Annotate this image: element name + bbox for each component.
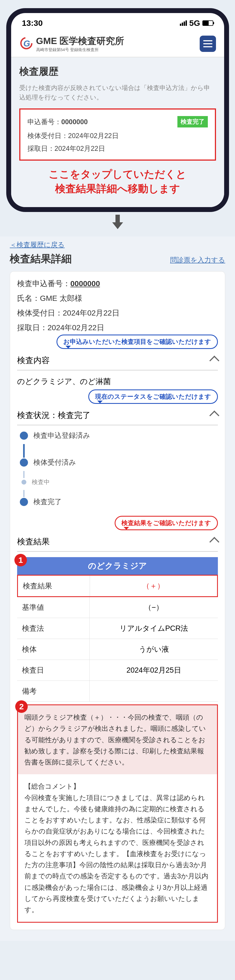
detail-card: 検査申込番号：0000000 氏名：GME 太郎様 検体受付日：2024年02月…	[10, 271, 225, 930]
result-block: 1 のどクラミジア 検査結果 （＋） 基準値（−） 検査法リアルタイムPCR法 …	[17, 557, 218, 923]
detail-title: 検査結果詳細	[10, 252, 72, 266]
app-no-row: 申込番号：0000000	[27, 118, 88, 126]
page-title: 検査履歴	[19, 65, 216, 78]
chevron-up-icon	[210, 355, 219, 366]
clock: 13:30	[22, 19, 43, 28]
comment-general: 【総合コメント】 今回検査を実施した項目につきましては、異常は認められませんでし…	[18, 774, 217, 922]
logo-sub: 高崎市登録第54号 登録衛生検査所	[36, 47, 124, 52]
page-note: 受けた検査内容が反映されていない場合は「検査申込方法」から申込処理を行なってくだ…	[19, 83, 216, 102]
chevron-up-icon	[210, 410, 219, 420]
status-bar: 13:30 5G	[11, 13, 224, 30]
chevron-up-icon	[210, 537, 219, 547]
comment-positive: 咽頭クラミジア検査（＋）・・・今回の検査で、咽頭（のど）からクラミジアが検出され…	[18, 705, 217, 774]
page-content: 検査履歴 受けた検査内容が反映されていない場合は「検査申込方法」から申込処理を行…	[11, 57, 224, 207]
step-received: 検体受付済み	[33, 458, 76, 467]
step-testing: 検査中	[32, 478, 50, 486]
result-header: 1 のどクラミジア	[17, 557, 218, 575]
table-row: 検査結果 （＋）	[18, 576, 217, 596]
logo-title: GME 医学検査研究所	[36, 35, 124, 47]
detail-name-row: 氏名：GME 太郎様	[17, 293, 218, 304]
detail-collect-row: 採取日：2024年02月22日	[17, 323, 218, 333]
phone-frame: 13:30 5G G GME 医学検査研究所 高崎市登録第54号 登録衛生検査所	[6, 8, 229, 212]
section-content[interactable]: 検査内容	[17, 351, 218, 371]
svg-marker-3	[112, 222, 123, 229]
step-registered: 検査申込登録済み	[33, 431, 90, 440]
svg-text:G: G	[23, 38, 30, 48]
menu-button[interactable]	[200, 36, 216, 52]
section-status[interactable]: 検査状況：検査完了	[17, 406, 218, 425]
hamburger-icon	[203, 40, 213, 41]
result-table-highlighted: 検査結果 （＋）	[17, 575, 218, 597]
detail-section: ＜検査履歴に戻る 検査結果詳細 問診票を入力する 検査申込番号：0000000 …	[0, 236, 235, 941]
status-timeline: 検査申込登録済み 検体受付済み 検査中 検査完了	[17, 425, 218, 516]
step-complete: 検査完了	[33, 497, 62, 507]
back-link[interactable]: ＜検査履歴に戻る	[10, 240, 65, 249]
table-row: 検査日2024年02月25日	[17, 660, 218, 681]
speech-items: お申込みいただいた検査項目をご確認いただけます	[57, 334, 218, 349]
receipt-row: 検体受付日：2024年02月22日	[27, 131, 208, 140]
detail-receipt-row: 検体受付日：2024年02月22日	[17, 308, 218, 318]
collect-row: 採取日：2024年02月22日	[27, 144, 208, 153]
signal-bars-icon	[180, 21, 187, 26]
table-row: 備考	[17, 681, 218, 702]
table-row: 検体うがい液	[17, 639, 218, 660]
speech-result: 検査結果をご確認いただけます	[114, 516, 218, 530]
speech-status: 現在のステータスをご確認いただけます	[88, 390, 218, 404]
section-result[interactable]: 検査結果	[17, 532, 218, 552]
marker-2: 2	[15, 700, 28, 713]
tap-instruction: ここをタップしていただくと 検査結果詳細へ移動します	[19, 161, 216, 202]
marker-1: 1	[14, 554, 27, 566]
app-header: G GME 医学検査研究所 高崎市登録第54号 登録衛生検査所	[11, 30, 224, 57]
detail-app-row: 検査申込番号：0000000	[17, 278, 218, 289]
network-label: 5G	[189, 19, 200, 28]
questionnaire-link[interactable]: 問診票を入力する	[170, 256, 225, 264]
svg-rect-2	[116, 215, 120, 223]
comment-box: 2 咽頭クラミジア検査（＋）・・・今回の検査で、咽頭（のど）からクラミジアが検出…	[17, 705, 218, 923]
history-card[interactable]: 申込番号：0000000 検査完了 検体受付日：2024年02月22日 採取日：…	[19, 108, 216, 161]
throat-items: のどクラミジア、のど淋菌	[17, 371, 218, 390]
phone-screen: 13:30 5G G GME 医学検査研究所 高崎市登録第54号 登録衛生検査所	[11, 13, 224, 207]
status-right: 5G	[180, 19, 213, 28]
logo[interactable]: G GME 医学検査研究所 高崎市登録第54号 登録衛生検査所	[19, 35, 124, 52]
arrow-down-icon	[0, 214, 235, 232]
table-row: 検査法リアルタイムPCR法	[17, 618, 218, 639]
table-row: 基準値（−）	[17, 597, 218, 618]
status-badge: 検査完了	[178, 116, 208, 127]
battery-icon	[202, 21, 213, 26]
logo-mark-icon: G	[19, 36, 33, 51]
